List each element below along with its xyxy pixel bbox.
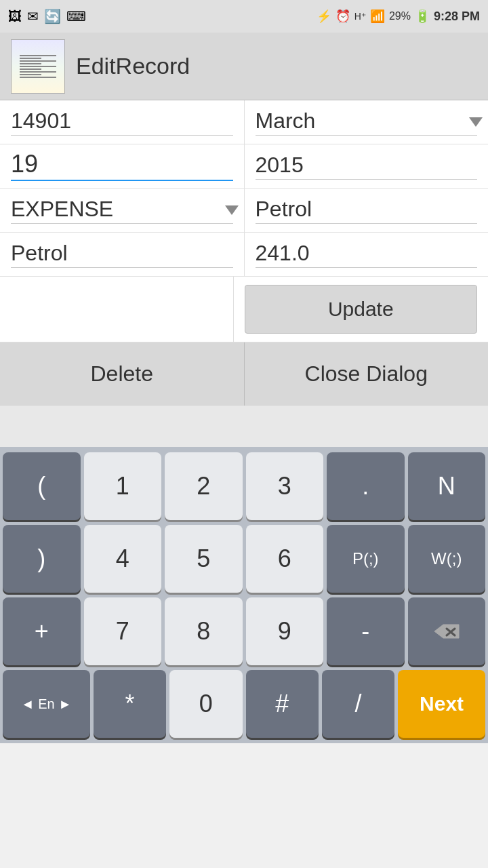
spacer — [0, 406, 488, 447]
key-1[interactable]: 1 — [84, 452, 162, 520]
row-type-cat: EXPENSE Petrol — [0, 189, 488, 233]
key-hash[interactable]: # — [246, 670, 319, 738]
app-header: EditRecord — [0, 33, 488, 100]
key-n[interactable]: N — [408, 452, 486, 520]
delete-button[interactable]: Delete — [0, 342, 245, 406]
status-bar: 🖼 ✉ 🔄 ⌨ ⚡ ⏰ H⁺ 📶 29% 🔋 9:28 PM — [0, 0, 488, 33]
key-6[interactable]: 6 — [246, 525, 324, 593]
bluetooth-icon: ⚡ — [317, 9, 331, 24]
key-open-paren[interactable]: ( — [3, 452, 81, 520]
keyboard-icon: ⌨ — [66, 8, 86, 24]
type-field[interactable]: EXPENSE — [0, 189, 245, 232]
month-value: March — [256, 108, 316, 133]
record-number-field: 14901 — [0, 100, 245, 144]
key-asterisk[interactable]: * — [94, 670, 166, 738]
app-title: EditRecord — [76, 53, 190, 79]
next-button[interactable]: Next — [398, 670, 485, 738]
keyboard-row-3: + 7 8 9 - — [3, 597, 485, 665]
category-value: Petrol — [256, 197, 312, 221]
key-7[interactable]: 7 — [84, 597, 162, 665]
row-desc-amount: Petrol 241.0 — [0, 233, 488, 277]
key-close-paren[interactable]: ) — [3, 525, 81, 593]
app-icon — [11, 39, 65, 94]
update-button[interactable]: Update — [245, 285, 478, 334]
signal-bars-icon: 📶 — [370, 9, 385, 24]
app-icon-status: 🔄 — [44, 8, 61, 24]
row-actions: Delete Close Dialog — [0, 342, 488, 406]
close-dialog-button[interactable]: Close Dialog — [245, 342, 489, 406]
record-number-value: 14901 — [11, 108, 71, 133]
type-dropdown-arrow — [225, 205, 239, 215]
battery-icon: 🔋 — [415, 9, 430, 24]
battery-percent: 29% — [389, 10, 411, 22]
year-field: 2015 — [245, 144, 489, 188]
key-minus[interactable]: - — [327, 597, 405, 665]
category-field: Petrol — [245, 189, 489, 232]
amount-value: 241.0 — [256, 241, 310, 265]
day-input[interactable] — [11, 150, 233, 178]
mail-icon: ✉ — [27, 8, 39, 24]
key-plus[interactable]: + — [3, 597, 81, 665]
key-2[interactable]: 2 — [165, 452, 243, 520]
row-update: Update — [0, 277, 488, 342]
keyboard-row-1: ( 1 2 3 . N — [3, 452, 485, 520]
key-language[interactable]: ◄ En ► — [3, 670, 90, 738]
update-btn-container: Update — [234, 277, 489, 342]
photo-icon: 🖼 — [8, 9, 22, 24]
key-3[interactable]: 3 — [246, 452, 324, 520]
description-value: Petrol — [11, 241, 68, 265]
amount-field: 241.0 — [245, 233, 489, 276]
row-day-year: 2015 — [0, 144, 488, 189]
month-field[interactable]: March — [245, 100, 489, 144]
alarm-icon: ⏰ — [336, 9, 350, 24]
main-content: 14901 March 2015 EXPENSE Petrol — [0, 100, 488, 406]
type-value: EXPENSE — [11, 197, 113, 221]
key-9[interactable]: 9 — [246, 597, 324, 665]
key-w-semicolon[interactable]: W(;) — [408, 525, 486, 593]
keyboard: ( 1 2 3 . N ) 4 5 6 P(;) W(;) + 7 8 9 - … — [0, 447, 488, 743]
time-display: 9:28 PM — [434, 9, 480, 24]
key-0[interactable]: 0 — [169, 670, 242, 738]
key-backspace[interactable] — [408, 597, 486, 665]
spacer-left — [0, 277, 234, 342]
key-dot[interactable]: . — [327, 452, 405, 520]
description-field: Petrol — [0, 233, 245, 276]
key-5[interactable]: 5 — [165, 525, 243, 593]
key-4[interactable]: 4 — [84, 525, 162, 593]
month-dropdown-arrow — [469, 117, 483, 127]
status-left-icons: 🖼 ✉ 🔄 ⌨ — [8, 8, 86, 24]
key-p-semicolon[interactable]: P(;) — [327, 525, 405, 593]
key-8[interactable]: 8 — [165, 597, 243, 665]
key-slash[interactable]: / — [322, 670, 394, 738]
keyboard-row-2: ) 4 5 6 P(;) W(;) — [3, 525, 485, 593]
network-icon: H⁺ — [354, 11, 366, 22]
status-right-icons: ⚡ ⏰ H⁺ 📶 29% 🔋 9:28 PM — [317, 9, 480, 24]
year-value: 2015 — [256, 153, 304, 177]
row-record-month: 14901 March — [0, 100, 488, 144]
day-field[interactable] — [0, 144, 245, 188]
keyboard-row-4: ◄ En ► * 0 # / Next — [3, 670, 485, 743]
